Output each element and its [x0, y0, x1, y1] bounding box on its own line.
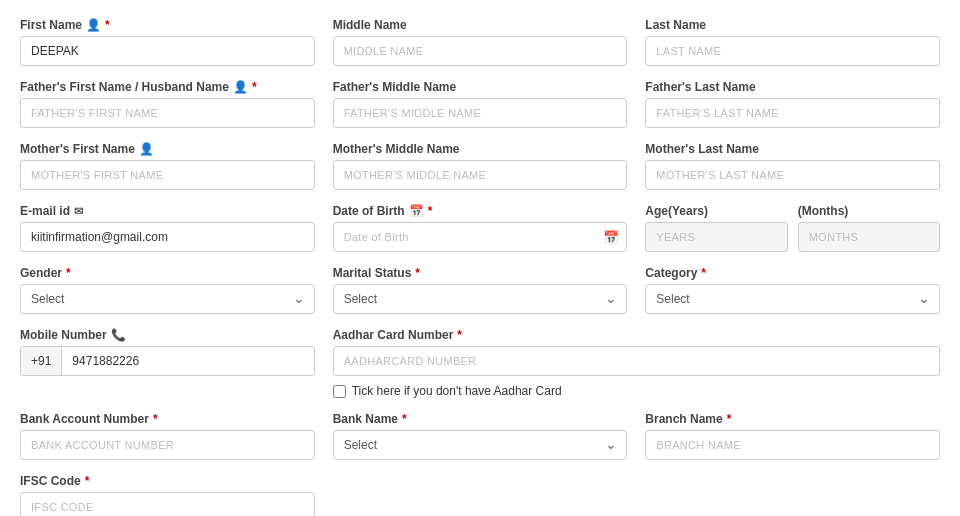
father-first-name-group: Father's First Name / Husband Name 👤 * — [20, 80, 315, 128]
dob-label: Date of Birth 📅 * — [333, 204, 628, 218]
father-last-name-label: Father's Last Name — [645, 80, 940, 94]
first-name-group: First Name 👤 * — [20, 18, 315, 66]
last-name-group: Last Name — [645, 18, 940, 66]
branch-name-group: Branch Name * — [645, 412, 940, 460]
bank-account-group: Bank Account Number * — [20, 412, 315, 460]
father-last-name-group: Father's Last Name — [645, 80, 940, 128]
last-name-input[interactable] — [645, 36, 940, 66]
calendar-icon: 📅 — [409, 204, 424, 218]
email-label: E-mail id ✉ — [20, 204, 315, 218]
father-middle-name-label: Father's Middle Name — [333, 80, 628, 94]
mother-middle-name-input[interactable] — [333, 160, 628, 190]
middle-name-group: Middle Name — [333, 18, 628, 66]
age-months-label: (Months) — [798, 204, 940, 218]
email-group: E-mail id ✉ — [20, 204, 315, 252]
category-group: Category * Select General OBC SC ST — [645, 266, 940, 314]
age-years-input[interactable] — [645, 222, 787, 252]
mobile-input[interactable] — [62, 347, 313, 375]
branch-name-input[interactable] — [645, 430, 940, 460]
bank-name-label: Bank Name * — [333, 412, 628, 426]
gender-group: Gender * Select Male Female Other — [20, 266, 315, 314]
first-name-input[interactable] — [20, 36, 315, 66]
age-years-input-wrapper — [645, 222, 787, 252]
aadhar-checkbox-row: Tick here if you don't have Aadhar Card — [333, 384, 940, 398]
mother-last-name-label: Mother's Last Name — [645, 142, 940, 156]
father-last-name-input[interactable] — [645, 98, 940, 128]
bank-account-input[interactable] — [20, 430, 315, 460]
mother-first-name-input[interactable] — [20, 160, 315, 190]
mother-first-name-group: Mother's First Name 👤 — [20, 142, 315, 190]
dob-group: Date of Birth 📅 * 📅 — [333, 204, 628, 252]
category-select[interactable]: Select General OBC SC ST — [645, 284, 940, 314]
mother-last-name-group: Mother's Last Name — [645, 142, 940, 190]
mother-first-name-label: Mother's First Name 👤 — [20, 142, 315, 156]
middle-name-label: Middle Name — [333, 18, 628, 32]
category-select-wrapper: Select General OBC SC ST — [645, 284, 940, 314]
email-icon: ✉ — [74, 205, 83, 218]
person-icon-father: 👤 — [233, 80, 248, 94]
aadhar-label: Aadhar Card Number * — [333, 328, 940, 342]
bank-name-select-wrapper: Select SBI PNB BOB HDFC ICICI — [333, 430, 628, 460]
father-first-name-input[interactable] — [20, 98, 315, 128]
marital-status-select-wrapper: Select Single Married Divorced Widowed — [333, 284, 628, 314]
mobile-label: Mobile Number 📞 — [20, 328, 315, 342]
father-middle-name-input[interactable] — [333, 98, 628, 128]
age-months-input[interactable] — [798, 222, 940, 252]
first-name-label: First Name 👤 * — [20, 18, 315, 32]
bank-name-group: Bank Name * Select SBI PNB BOB HDFC ICIC… — [333, 412, 628, 460]
mother-middle-name-group: Mother's Middle Name — [333, 142, 628, 190]
age-group: Age(Years) (Months) — [645, 204, 940, 252]
age-months-input-wrapper — [798, 222, 940, 252]
person-icon-mother: 👤 — [139, 142, 154, 156]
mobile-row: +91 — [20, 346, 315, 376]
dob-wrapper: 📅 — [333, 222, 628, 252]
ifsc-input[interactable] — [20, 492, 315, 516]
phone-icon: 📞 — [111, 328, 126, 342]
last-name-label: Last Name — [645, 18, 940, 32]
aadhar-group: Aadhar Card Number * Tick here if you do… — [333, 328, 940, 398]
mobile-group: Mobile Number 📞 +91 — [20, 328, 315, 398]
ifsc-group: IFSC Code * Click here to check IFSC Cod… — [20, 474, 315, 516]
branch-name-label: Branch Name * — [645, 412, 940, 426]
mobile-prefix: +91 — [21, 347, 62, 375]
email-input[interactable] — [20, 222, 315, 252]
ifsc-label: IFSC Code * — [20, 474, 315, 488]
aadhar-input[interactable] — [333, 346, 940, 376]
age-years-label: Age(Years) — [645, 204, 787, 218]
gender-select[interactable]: Select Male Female Other — [20, 284, 315, 314]
aadhar-checkbox[interactable] — [333, 385, 346, 398]
father-first-name-label: Father's First Name / Husband Name 👤 * — [20, 80, 315, 94]
bank-name-select[interactable]: Select SBI PNB BOB HDFC ICICI — [333, 430, 628, 460]
category-label: Category * — [645, 266, 940, 280]
marital-status-select[interactable]: Select Single Married Divorced Widowed — [333, 284, 628, 314]
middle-name-input[interactable] — [333, 36, 628, 66]
person-icon-first: 👤 — [86, 18, 101, 32]
marital-status-group: Marital Status * Select Single Married D… — [333, 266, 628, 314]
marital-status-label: Marital Status * — [333, 266, 628, 280]
gender-select-wrapper: Select Male Female Other — [20, 284, 315, 314]
mother-last-name-input[interactable] — [645, 160, 940, 190]
father-middle-name-group: Father's Middle Name — [333, 80, 628, 128]
aadhar-checkbox-label: Tick here if you don't have Aadhar Card — [352, 384, 562, 398]
gender-label: Gender * — [20, 266, 315, 280]
mother-middle-name-label: Mother's Middle Name — [333, 142, 628, 156]
dob-input[interactable] — [333, 222, 628, 252]
bank-account-label: Bank Account Number * — [20, 412, 315, 426]
